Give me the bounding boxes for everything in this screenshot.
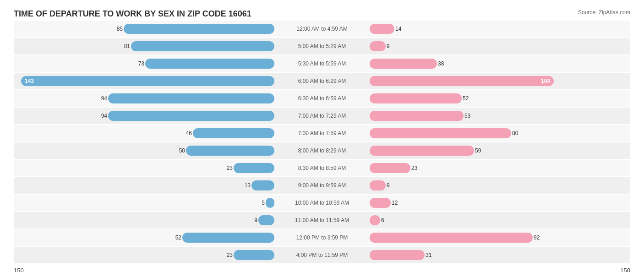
left-section: 23 xyxy=(14,247,276,263)
time-label: 5:30 AM to 5:59 AM xyxy=(276,60,368,67)
bar-female-value: 6 xyxy=(381,217,394,223)
left-section: 13 xyxy=(14,177,276,194)
time-label: 8:00 AM to 8:29 AM xyxy=(276,147,368,154)
bar-female: 92 xyxy=(370,233,533,243)
time-label: 10:00 AM to 10:59 AM xyxy=(276,200,368,206)
bar-male-value: 94 xyxy=(94,95,107,102)
axis-right-label: 150 xyxy=(620,267,630,272)
axis-row: 150 150 xyxy=(14,267,630,272)
right-section: 80 xyxy=(368,125,630,141)
left-section: 73 xyxy=(14,55,276,72)
bar-male: 143 xyxy=(21,76,274,86)
bar-female-value: 104 xyxy=(541,78,550,84)
left-section: 143 xyxy=(14,73,276,89)
left-section: 23 xyxy=(14,160,276,176)
time-label: 9:00 AM to 9:59 AM xyxy=(276,182,368,189)
bar-male: 50 xyxy=(186,146,274,156)
left-section: 50 xyxy=(14,142,276,159)
right-section: 9 xyxy=(368,177,630,194)
chart-source: Source: ZipAtlas.com xyxy=(578,9,630,16)
bar-male-value: 94 xyxy=(94,113,107,119)
bar-male-value: 50 xyxy=(172,147,185,154)
right-section: 23 xyxy=(368,160,630,176)
right-section: 12 xyxy=(368,195,630,211)
left-section: 85 xyxy=(14,21,276,37)
bar-male-value: 23 xyxy=(220,165,233,171)
bar-female: 9 xyxy=(370,180,386,190)
bar-male: 81 xyxy=(131,41,274,51)
bar-male: 94 xyxy=(108,93,274,103)
bar-male: 85 xyxy=(124,24,274,34)
bar-male-value: 46 xyxy=(179,130,192,136)
bar-row: 13 9:00 AM to 9:59 AM 9 xyxy=(14,177,630,194)
right-section: 38 xyxy=(368,55,630,72)
bar-male-value: 73 xyxy=(131,60,144,67)
bar-male-value: 81 xyxy=(117,43,130,49)
time-label: 4:00 PM to 11:59 PM xyxy=(276,252,368,258)
bar-female-value: 52 xyxy=(463,95,475,102)
right-section: 31 xyxy=(368,247,630,263)
bar-row: 9 11:00 AM to 11:59 AM 6 xyxy=(14,212,630,228)
bar-female-value: 23 xyxy=(411,165,424,171)
bar-female-value: 12 xyxy=(392,200,404,206)
bar-female-value: 9 xyxy=(387,43,399,49)
bar-row: 50 8:00 AM to 8:29 AM 59 xyxy=(14,142,630,159)
time-label: 11:00 AM to 11:59 AM xyxy=(276,217,368,223)
bar-row: 52 12:00 PM to 3:59 PM 92 xyxy=(14,229,630,246)
bar-male: 94 xyxy=(108,111,274,121)
bar-male-value: 23 xyxy=(220,252,233,258)
bar-female-value: 53 xyxy=(464,113,477,119)
bar-male: 46 xyxy=(193,128,274,138)
bar-row: 94 7:00 AM to 7:29 AM 53 xyxy=(14,108,630,124)
bar-male-value: 52 xyxy=(169,234,181,241)
left-section: 81 xyxy=(14,38,276,54)
bar-row: 23 8:30 AM to 8:59 AM 23 xyxy=(14,160,630,176)
right-section: 14 xyxy=(368,21,630,37)
bar-male-value: 85 xyxy=(110,26,123,32)
left-section: 94 xyxy=(14,90,276,107)
chart-area: 85 12:00 AM to 4:59 AM 14 81 5:00 AM to … xyxy=(14,21,630,263)
bar-female-value: 38 xyxy=(438,60,451,67)
right-section: 59 xyxy=(368,142,630,159)
bar-row: 23 4:00 PM to 11:59 PM 31 xyxy=(14,247,630,263)
bar-male: 23 xyxy=(234,163,274,173)
bar-male: 5 xyxy=(266,198,274,208)
right-section: 9 xyxy=(368,38,630,54)
bar-female: 9 xyxy=(370,41,386,51)
bar-female-value: 9 xyxy=(387,182,399,189)
left-section: 5 xyxy=(14,195,276,211)
bar-male-value: 5 xyxy=(252,200,265,206)
bar-female-value: 59 xyxy=(475,147,488,154)
time-label: 6:00 AM to 6:29 AM xyxy=(276,78,368,84)
chart-container: TIME OF DEPARTURE TO WORK BY SEX IN ZIP … xyxy=(0,0,644,272)
right-section: 52 xyxy=(368,90,630,107)
bar-female: 80 xyxy=(370,128,511,138)
right-section: 53 xyxy=(368,108,630,124)
time-label: 7:30 AM to 7:59 AM xyxy=(276,130,368,136)
bar-female: 23 xyxy=(370,163,410,173)
right-section: 92 xyxy=(368,229,630,246)
bar-female: 52 xyxy=(370,93,462,103)
bar-female-value: 31 xyxy=(426,252,438,258)
bar-row: 94 6:30 AM to 6:59 AM 52 xyxy=(14,90,630,107)
bar-male-value: 9 xyxy=(245,217,257,223)
bar-row: 143 6:00 AM to 6:29 AM 104 xyxy=(14,73,630,89)
bar-row: 85 12:00 AM to 4:59 AM 14 xyxy=(14,21,630,37)
bar-male: 9 xyxy=(258,215,274,225)
left-section: 46 xyxy=(14,125,276,141)
bar-male-value: 143 xyxy=(25,78,34,84)
time-label: 8:30 AM to 8:59 AM xyxy=(276,165,368,171)
bar-male: 73 xyxy=(145,59,274,69)
bar-female: 12 xyxy=(370,198,391,208)
bar-female: 14 xyxy=(370,24,394,34)
bar-row: 46 7:30 AM to 7:59 AM 80 xyxy=(14,125,630,141)
bar-female: 53 xyxy=(370,111,464,121)
bar-row: 73 5:30 AM to 5:59 AM 38 xyxy=(14,55,630,72)
bar-female: 31 xyxy=(370,250,425,260)
bar-female: 6 xyxy=(370,215,380,225)
left-section: 9 xyxy=(14,212,276,228)
left-section: 94 xyxy=(14,108,276,124)
time-label: 7:00 AM to 7:29 AM xyxy=(276,113,368,119)
bar-row: 5 10:00 AM to 10:59 AM 12 xyxy=(14,195,630,211)
left-section: 52 xyxy=(14,229,276,246)
